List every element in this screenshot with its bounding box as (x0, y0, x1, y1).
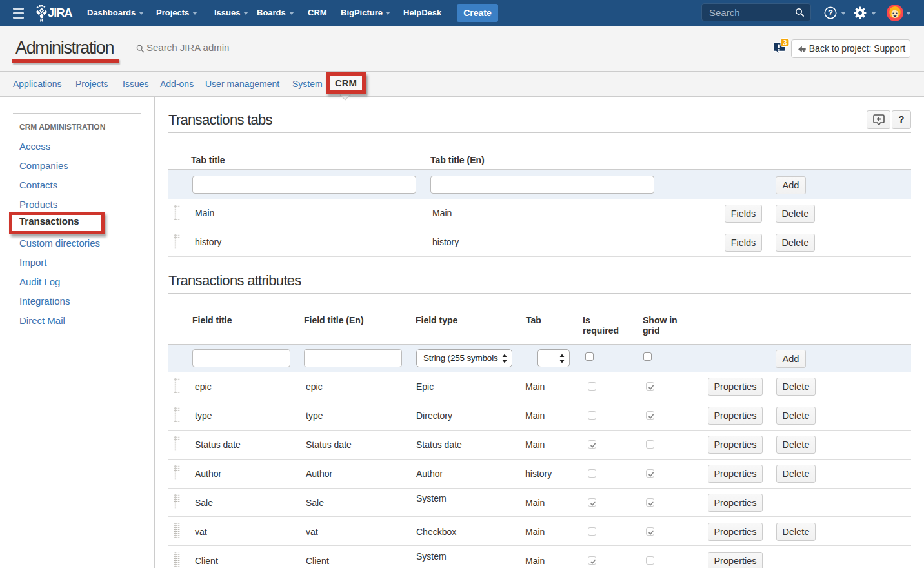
svg-text:3: 3 (783, 39, 787, 46)
